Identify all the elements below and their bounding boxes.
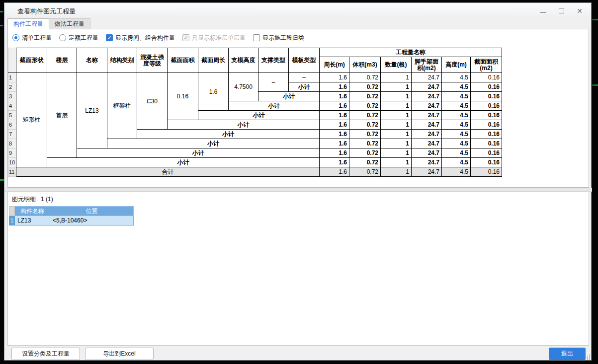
value-cell: 0.16 bbox=[471, 101, 502, 111]
value-cell: 0.16 bbox=[471, 167, 502, 177]
header-cell: 楼层 bbox=[47, 48, 77, 73]
table-row: 9小计1.60.72124.74.50.16 bbox=[8, 148, 502, 158]
subtotal-cell: 小计 bbox=[77, 148, 320, 158]
value-cell: 0.16 bbox=[471, 92, 502, 101]
row-number-cell: 7 bbox=[8, 130, 16, 139]
value-cell: 24.7 bbox=[412, 148, 442, 158]
group-header-cell: 工程量名称 bbox=[320, 48, 502, 57]
subtotal-cell: 小计 bbox=[168, 120, 320, 130]
value-cell: 24.7 bbox=[412, 120, 442, 130]
radio-quota-quantities[interactable]: 定额工程量 bbox=[59, 34, 98, 42]
title-bar[interactable]: 查看构件图元工程量 ✕ bbox=[4, 3, 591, 18]
value-cell: 1 bbox=[381, 73, 412, 82]
value-cell: 1.6 bbox=[320, 130, 349, 139]
value-cell: 1.6 bbox=[320, 148, 349, 158]
radio-list-quantities[interactable]: 清单工程量 bbox=[12, 34, 52, 42]
attribute-cell: LZ13 bbox=[77, 73, 107, 148]
export-excel-button[interactable]: 导出到Excel bbox=[85, 348, 154, 360]
table-row: 1矩形柱首层LZ13框架柱C300.161.64.7500––1.60.7212… bbox=[8, 73, 502, 82]
tab-method-quantities[interactable]: 做法工程量 bbox=[49, 18, 90, 29]
cad-background-line bbox=[0, 11, 3, 12]
checkbox-label: 显示施工段归类 bbox=[262, 34, 304, 42]
attribute-cell: 1.6 bbox=[198, 73, 229, 111]
checkbox-icon bbox=[253, 34, 260, 41]
value-cell: 0.72 bbox=[349, 82, 381, 92]
checkbox-icon: ✓ bbox=[182, 34, 189, 41]
header-cell: 名称 bbox=[77, 48, 107, 73]
subtotal-cell: 小计 bbox=[47, 158, 320, 167]
value-cell: 0.16 bbox=[471, 130, 502, 139]
exit-button[interactable]: 退出 bbox=[549, 348, 586, 360]
value-cell: 0.16 bbox=[471, 148, 502, 158]
resize-grip[interactable] bbox=[585, 355, 591, 361]
detail-title-text: 图元明细 bbox=[12, 196, 36, 203]
sub-header-cell: 周长(m) bbox=[320, 57, 349, 73]
header-cell: 支模高度 bbox=[229, 48, 258, 73]
value-cell: 0.72 bbox=[349, 92, 381, 101]
footer-bar: 设置分类及工程量 导出到Excel 退出 bbox=[4, 346, 591, 360]
radio-label: 定额工程量 bbox=[69, 34, 98, 42]
checkbox-standard-floor-only: ✓ 只显示标准层单层量 bbox=[182, 34, 246, 42]
value-cell: 1.6 bbox=[320, 92, 349, 101]
value-cell: 1 bbox=[381, 120, 412, 130]
subtotal-cell: 小计 bbox=[198, 111, 320, 120]
tab-bar: 构件工程量 做法工程量 bbox=[7, 18, 90, 29]
value-cell: 0.72 bbox=[349, 158, 381, 167]
value-cell: 0.72 bbox=[349, 167, 381, 177]
table-row: 10小计1.60.72124.74.50.16 bbox=[8, 158, 502, 167]
checkbox-icon: ✓ bbox=[106, 34, 113, 41]
close-button[interactable]: ✕ bbox=[576, 7, 583, 14]
radio-icon bbox=[59, 34, 66, 41]
attribute-cell: 0.16 bbox=[168, 73, 198, 120]
detail-header-cell: 构件名称 bbox=[15, 207, 50, 216]
value-cell: 4.5 bbox=[442, 148, 471, 158]
value-cell: 1 bbox=[381, 111, 412, 120]
checkbox-show-room-combined[interactable]: ✓ 显示房间、组合构件量 bbox=[106, 34, 175, 42]
value-cell: 4.5 bbox=[442, 130, 471, 139]
detail-row[interactable]: 1LZ13<5,B-10460> bbox=[9, 216, 134, 225]
sub-header-cell: 体积(m3) bbox=[349, 57, 381, 73]
subtotal-cell: 小计 bbox=[107, 139, 320, 148]
detail-location-cell[interactable]: <5,B-10460> bbox=[50, 216, 134, 225]
detail-header-row: 构件名称位置 bbox=[9, 207, 134, 216]
value-cell: 0.72 bbox=[349, 130, 381, 139]
value-cell: 0.72 bbox=[349, 139, 381, 148]
detail-row-number-cell: 1 bbox=[9, 216, 15, 225]
subtotal-cell: 小计 bbox=[137, 130, 320, 139]
value-cell: 1 bbox=[381, 101, 412, 111]
minimize-button[interactable] bbox=[539, 7, 546, 14]
value-cell: 4.5 bbox=[442, 82, 471, 92]
value-cell: 4.5 bbox=[442, 73, 471, 82]
detail-header-cell: 位置 bbox=[50, 207, 134, 216]
value-cell: 1.6 bbox=[320, 120, 349, 130]
row-number-cell: 5 bbox=[8, 111, 16, 120]
value-cell: 0.72 bbox=[349, 101, 381, 111]
panel-splitter[interactable] bbox=[4, 188, 592, 192]
row-number-cell: 1 bbox=[8, 73, 16, 82]
value-cell: 1 bbox=[381, 158, 412, 167]
settings-classification-button[interactable]: 设置分类及工程量 bbox=[11, 348, 80, 360]
row-number-cell: 8 bbox=[8, 139, 16, 148]
attribute-cell: – bbox=[289, 73, 320, 82]
header-cell: 结构类别 bbox=[107, 48, 137, 73]
maximize-button[interactable] bbox=[558, 7, 565, 14]
value-cell: 1.6 bbox=[320, 111, 349, 120]
attribute-cell: 框架柱 bbox=[107, 73, 137, 139]
value-cell: 0.72 bbox=[349, 73, 381, 82]
detail-name-cell[interactable]: LZ13 bbox=[15, 216, 50, 225]
value-cell: 24.7 bbox=[412, 139, 442, 148]
value-cell: 1.6 bbox=[320, 167, 349, 177]
element-detail-panel: 图元明细1 (1) 构件名称位置1LZ13<5,B-10460> bbox=[7, 192, 589, 346]
value-cell: 0.16 bbox=[471, 111, 502, 120]
maximize-icon bbox=[559, 8, 564, 13]
header-cell: 截面面积 bbox=[168, 48, 198, 73]
cad-background-line bbox=[0, 25, 3, 26]
close-icon: ✕ bbox=[577, 7, 583, 14]
value-cell: 0.72 bbox=[349, 120, 381, 130]
checkbox-show-construction-section[interactable]: 显示施工段归类 bbox=[253, 34, 304, 42]
tab-component-quantities[interactable]: 构件工程量 bbox=[7, 18, 49, 29]
quantity-table: 截面形状楼层名称结构类别混凝土强度等级截面面积截面周长支模高度支撑类型模板类型工… bbox=[8, 48, 502, 177]
value-cell: 4.5 bbox=[442, 101, 471, 111]
header-cell: 截面周长 bbox=[198, 48, 229, 73]
value-cell: 1.6 bbox=[320, 73, 349, 82]
